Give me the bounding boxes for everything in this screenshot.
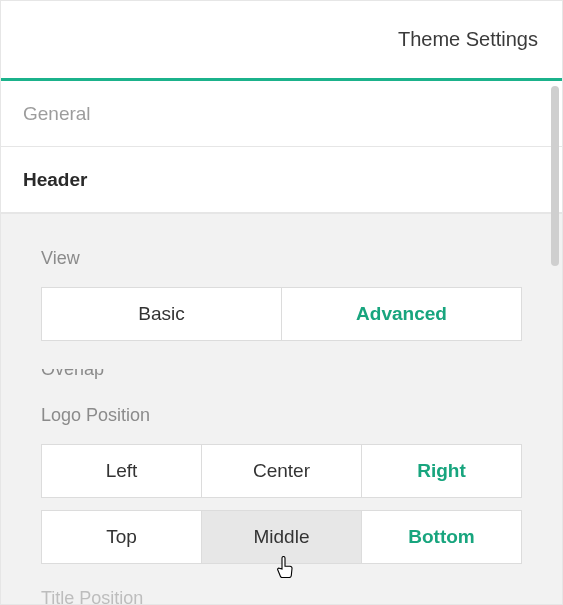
section-header-label: Header (23, 169, 87, 191)
view-option-basic[interactable]: Basic (41, 287, 282, 341)
logo-position-right-label: Right (417, 460, 466, 482)
logo-position-horizontal: Left Center Right (41, 444, 522, 498)
section-general[interactable]: General (1, 81, 562, 147)
view-option-advanced[interactable]: Advanced (282, 287, 522, 341)
scrollbar-thumb[interactable] (551, 86, 559, 266)
section-general-label: General (23, 103, 91, 125)
logo-position-middle[interactable]: Middle (202, 510, 362, 564)
panel-title-text: Theme Settings (398, 28, 538, 51)
truncated-setting-above: Overlap (41, 369, 522, 385)
logo-position-bottom[interactable]: Bottom (362, 510, 522, 564)
logo-position-center-label: Center (253, 460, 310, 482)
logo-position-right[interactable]: Right (362, 444, 522, 498)
logo-position-bottom-label: Bottom (408, 526, 474, 548)
logo-position-left[interactable]: Left (41, 444, 202, 498)
view-segmented-control: Basic Advanced (41, 287, 522, 341)
theme-settings-panel: Theme Settings General Header View Basic… (0, 0, 563, 605)
title-position-group-label: Title Position (41, 582, 522, 604)
settings-scroll-area[interactable]: General Header View Basic Advanced Overl… (1, 81, 562, 604)
logo-position-left-label: Left (106, 460, 138, 482)
view-group-label: View (41, 248, 522, 269)
logo-position-top[interactable]: Top (41, 510, 202, 564)
logo-position-center[interactable]: Center (202, 444, 362, 498)
header-section-content: View Basic Advanced Overlap Logo Positio… (1, 213, 562, 604)
panel-title: Theme Settings (1, 0, 562, 78)
view-option-basic-label: Basic (138, 303, 184, 325)
section-header[interactable]: Header (1, 147, 562, 213)
logo-position-group-label: Logo Position (41, 405, 522, 426)
view-option-advanced-label: Advanced (356, 303, 447, 325)
logo-position-middle-label: Middle (254, 526, 310, 548)
logo-position-top-label: Top (106, 526, 137, 548)
logo-position-vertical: Top Middle Bottom (41, 510, 522, 564)
